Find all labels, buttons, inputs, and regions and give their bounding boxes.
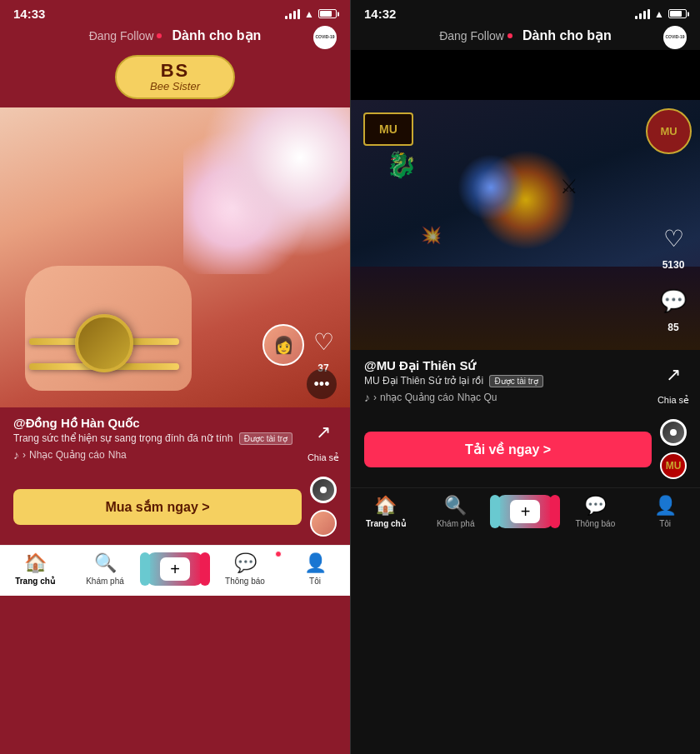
nav-dot-left	[157, 33, 162, 38]
heart-icon-right: ♡	[655, 220, 692, 257]
search-icon-left: 🔍	[94, 552, 117, 574]
cta-button-left[interactable]: Mua sắm ngay >	[13, 489, 302, 525]
brand-banner: BS Bee Sister	[0, 50, 350, 107]
cta-button-right[interactable]: Tải về ngay >	[364, 432, 652, 467]
brand-initials: BS	[150, 62, 200, 80]
nav-profile-right[interactable]: 👤 Tôi	[630, 495, 700, 528]
share-area-left[interactable]: ↗ Chia sẻ	[307, 416, 340, 463]
plus-icon-right: +	[510, 500, 540, 523]
profile-icon-left: 👤	[304, 552, 327, 574]
bottom-nav-right: 🏠 Trang chủ 🔍 Khám phá + 💬 Thông báo 👤 T…	[351, 487, 700, 538]
time-left: 14:33	[13, 7, 45, 21]
music-info-right: ♪ › nhạc Quảng cáo Nhạc Qu	[364, 391, 650, 404]
status-icons-right: ▲	[635, 8, 687, 20]
nav-home-right[interactable]: 🏠 Trang chủ	[351, 495, 421, 528]
notification-icon-right: 💬	[584, 495, 607, 517]
more-button-left[interactable]: •••	[307, 369, 337, 399]
comment-button-right[interactable]: 💬 85	[655, 282, 692, 333]
game-badge: MU	[646, 108, 692, 154]
nav-notifications-left[interactable]: 💬 Thông báo	[210, 552, 280, 586]
bottom-info-right: ↗ Chia sẻ @MU Đại Thiên Sứ MU Đại Thiên …	[351, 350, 700, 412]
music-info-left: ♪ › Nhạc Quảng cáo Nha	[13, 448, 308, 462]
video-thumbnail-left[interactable]: 👩 ♡ 37 •••	[0, 107, 350, 407]
follow-label-left: Đang Follow	[89, 29, 154, 42]
battery-icon-right	[668, 9, 687, 18]
status-icons-left: ▲	[285, 8, 337, 20]
music-disc-right	[660, 419, 687, 446]
game-logo: MU	[363, 112, 413, 146]
share-icon-right[interactable]: ↗	[657, 358, 690, 392]
cta-icons-left	[310, 477, 337, 537]
signal-icon	[285, 9, 300, 19]
share-label-left: Chia sẻ	[308, 452, 339, 463]
nav-plus-right[interactable]: +	[491, 495, 561, 528]
cta-area-left: Mua sắm ngay >	[0, 470, 350, 545]
comment-icon-right: 💬	[655, 282, 692, 319]
for-you-label-right[interactable]: Dành cho bạn	[522, 27, 612, 43]
username-right[interactable]: @MU Đại Thiên Sứ	[364, 358, 650, 373]
nav-dot-right	[508, 33, 512, 38]
follow-label-right: Đang Follow	[439, 29, 504, 42]
share-icon-left: ↗	[307, 416, 340, 449]
like-button-left[interactable]: ♡ 37	[305, 323, 342, 374]
time-right: 14:32	[364, 7, 396, 21]
description-right: MU Đại Thiên Sứ trở lại rồi Được tài trợ	[364, 375, 650, 387]
notification-dot-left	[275, 551, 282, 557]
battery-icon	[318, 9, 337, 18]
brand-avatar-right: MU	[660, 452, 687, 479]
nav-profile-left[interactable]: 👤 Tôi	[280, 552, 350, 586]
status-bar-left: 14:33 ▲	[0, 0, 350, 24]
flowers-background	[183, 107, 350, 274]
game-video-thumbnail[interactable]: 🐉 ⚔ 💥 MU MU ♡ 5130 💬 85	[351, 100, 700, 350]
cta-icons-right: MU	[660, 419, 687, 479]
wifi-icon-right: ▲	[654, 8, 664, 20]
username-left[interactable]: @Đồng Hồ Hàn Quốc	[13, 416, 308, 431]
bottom-nav-left: 🏠 Trang chủ 🔍 Khám phá + 💬 Thông báo 👤 T…	[0, 545, 350, 596]
signal-icon-right	[635, 9, 650, 19]
home-icon-right: 🏠	[374, 495, 397, 517]
sponsored-tag-right: Được tài trợ	[489, 375, 542, 387]
sponsored-tag-left: Được tài trợ	[239, 432, 292, 445]
avatar-left[interactable]: 👩	[262, 324, 304, 366]
wifi-icon: ▲	[304, 8, 314, 20]
brand-name: Bee Sister	[150, 80, 200, 92]
left-phone: 14:33 ▲ Đang Follow Dành cho bạn COVID-1…	[0, 0, 350, 754]
nav-follow-left[interactable]: Đang Follow	[89, 29, 162, 42]
nav-explore-left[interactable]: 🔍 Khám phá	[70, 552, 140, 586]
nav-home-left[interactable]: 🏠 Trang chủ	[0, 552, 70, 586]
share-label-right: Chia sẻ	[658, 395, 689, 406]
top-nav-right: Đang Follow Dành cho bạn COVID-19	[351, 24, 700, 50]
bottom-info-left: ↗ Chia sẻ @Đồng Hồ Hàn Quốc Trang sức th…	[0, 407, 350, 470]
spacer-right	[351, 50, 700, 100]
covid-badge-right: COVID-19	[663, 26, 687, 49]
plus-icon-left: +	[160, 557, 190, 581]
music-disc-left	[310, 477, 337, 503]
for-you-label-left[interactable]: Dành cho bạn	[172, 27, 261, 43]
nav-plus-left[interactable]: +	[140, 552, 210, 586]
heart-icon-left: ♡	[305, 323, 342, 360]
profile-icon-right: 👤	[654, 495, 677, 517]
notification-icon-left: 💬	[234, 552, 257, 574]
brand-oval: BS Bee Sister	[115, 55, 235, 99]
status-bar-right: 14:32 ▲	[351, 0, 700, 24]
like-count-right: 5130	[662, 259, 685, 271]
covid-badge-left: COVID-19	[313, 26, 337, 49]
search-icon-right: 🔍	[444, 495, 467, 517]
nav-follow-right[interactable]: Đang Follow	[439, 29, 512, 42]
cta-area-right: Tải về ngay > MU	[351, 412, 700, 487]
home-icon-left: 🏠	[24, 552, 47, 574]
nav-notifications-right[interactable]: 💬 Thông báo	[560, 495, 630, 528]
nav-explore-right[interactable]: 🔍 Khám phá	[421, 495, 491, 528]
like-button-right[interactable]: ♡ 5130	[655, 220, 692, 271]
comment-count-right: 85	[668, 322, 678, 333]
description-left: Trang sức thể hiện sự sang trọng đính đá…	[13, 432, 308, 445]
avatar-small-left	[310, 510, 337, 537]
top-nav-left: Đang Follow Dành cho bạn COVID-19	[0, 24, 350, 50]
right-phone: 14:32 ▲ Đang Follow Dành cho bạn COVID-1…	[350, 0, 700, 754]
